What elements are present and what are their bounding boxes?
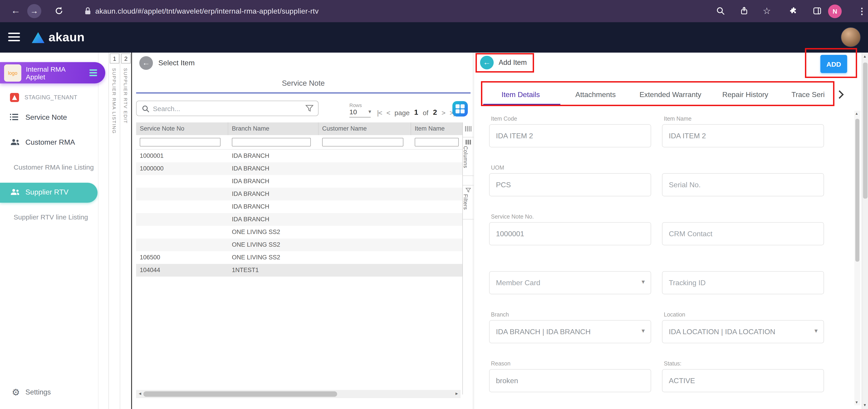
tab-item-details[interactable]: Item Details	[483, 84, 558, 105]
scrollbar-thumb[interactable]	[144, 391, 337, 397]
scroll-right-icon[interactable]: ►	[455, 391, 459, 396]
tabs-scroll-right-button[interactable]	[838, 90, 844, 101]
scroll-up-icon[interactable]: ▲	[855, 111, 859, 115]
scroll-down-icon[interactable]: ▼	[855, 400, 859, 405]
share-icon[interactable]	[740, 6, 749, 17]
field-reason[interactable]: Reason broken	[489, 358, 651, 392]
scroll-left-icon[interactable]: ◄	[138, 391, 142, 396]
field-status[interactable]: Status: ACTIVE	[662, 358, 824, 392]
columns-button[interactable]: Columns	[463, 137, 474, 176]
field-dropdown[interactable]: Member Card ▾	[489, 271, 651, 294]
field-location[interactable]: Location IDA LOCATION | IDA LOCATION ▾	[662, 309, 824, 343]
tab-repair-history[interactable]: Repair History	[708, 84, 783, 105]
sidebar-tenant[interactable]: STAGING_TENANT	[0, 92, 98, 104]
column-header[interactable]: Service Note No	[136, 123, 228, 135]
table-row[interactable]: IDA BRANCH	[136, 200, 462, 213]
browser-reload-button[interactable]	[55, 6, 64, 17]
table-row[interactable]: 1040441NTEST1	[136, 264, 462, 277]
browser-back-button[interactable]: ←	[11, 5, 21, 16]
search-input[interactable]	[153, 103, 298, 114]
sidebar-item-customer-rma[interactable]: Customer RMA	[0, 133, 98, 153]
grid-view-button[interactable]	[453, 101, 468, 116]
field-input[interactable]: Tracking ID	[662, 271, 824, 294]
table-row[interactable]: IDA BRANCH	[136, 188, 462, 200]
first-page-button[interactable]: |<	[377, 109, 382, 116]
workspace-tab-supplier-rtv-edit[interactable]: 2 SUPPLIER RTV EDIT	[120, 53, 131, 409]
browser-forward-button[interactable]: →	[27, 4, 41, 18]
filter-icon[interactable]	[305, 105, 313, 114]
browser-profile-avatar[interactable]: N	[828, 4, 842, 18]
sidebar-item-settings[interactable]: ⚙ Settings	[0, 383, 98, 403]
drag-handle-icon[interactable]	[465, 126, 471, 132]
browser-menu-icon[interactable]: ⋮	[858, 6, 866, 16]
field-item-code[interactable]: Item Code IDA ITEM 2	[489, 113, 651, 147]
field-input[interactable]: Serial No.	[662, 173, 824, 196]
field-member-card[interactable]: Member Card ▾	[489, 260, 651, 294]
back-button[interactable]: ←	[480, 56, 494, 69]
sidebar-item-service-note[interactable]: Service Note	[0, 108, 98, 128]
field-input[interactable]: PCS	[489, 173, 651, 196]
scroll-up-icon[interactable]: ▲	[863, 55, 867, 59]
sidebar-item-customer-rma-line-listing[interactable]: Customer RMA line Listing	[0, 158, 98, 178]
field-serial-no[interactable]: Serial No.	[662, 162, 824, 196]
column-header[interactable]: Customer Name	[318, 123, 411, 135]
field-service-note-no[interactable]: Service Note No. 1000001	[489, 211, 651, 245]
chevron-down-icon: ▾	[642, 327, 645, 334]
bookmark-star-icon[interactable]: ☆	[763, 5, 771, 16]
next-page-button[interactable]: >	[441, 109, 445, 116]
table-row[interactable]: 1000000IDA BRANCH	[136, 162, 462, 175]
search-icon[interactable]	[716, 6, 725, 17]
column-header[interactable]: Item Name	[411, 123, 462, 135]
field-input[interactable]: CRM Contact	[662, 222, 824, 245]
filter-input-customer-name[interactable]	[322, 138, 403, 146]
field-tracking-id[interactable]: Tracking ID	[662, 260, 824, 294]
workspace-tab-strip: 1 SUPPLIER RMA LISTING 2 SUPPLIER RTV ED…	[108, 53, 131, 409]
table-row[interactable]: IDA BRANCH	[136, 175, 462, 188]
table-row[interactable]: IDA BRANCH	[136, 213, 462, 226]
table-row[interactable]: ONE LIVING SS2	[136, 226, 462, 239]
extensions-puzzle-icon[interactable]	[789, 6, 798, 17]
horizontal-scrollbar[interactable]: ◄ ►	[136, 390, 461, 398]
field-input[interactable]: ACTIVE	[662, 369, 824, 392]
tab-extended-warranty[interactable]: Extended Warranty	[633, 84, 708, 105]
menu-hamburger-button[interactable]	[8, 32, 20, 42]
filters-button[interactable]: Filters	[463, 185, 474, 219]
scrollbar-thumb[interactable]	[855, 119, 859, 262]
table-row[interactable]: 106500ONE LIVING SS2	[136, 251, 462, 264]
field-dropdown[interactable]: IDA BRANCH | IDA BRANCH ▾	[489, 320, 651, 343]
tab-trace-serial[interactable]: Trace Seri	[783, 84, 834, 105]
filter-input-item-name[interactable]	[415, 138, 459, 146]
filter-input-service-note-no[interactable]	[140, 138, 220, 146]
side-panel-icon[interactable]	[813, 6, 822, 17]
table-row[interactable]: ONE LIVING SS2	[136, 239, 462, 251]
field-input[interactable]: 1000001	[489, 222, 651, 245]
field-branch[interactable]: Branch IDA BRANCH | IDA BRANCH ▾	[489, 309, 651, 343]
panel-scrollbar[interactable]: ▲ ▼	[855, 111, 860, 405]
sidebar-applet-card[interactable]: logo Internal RMA Applet	[0, 62, 105, 83]
page-scrollbar[interactable]: ▲ ▼	[862, 53, 868, 409]
sidebar-item-supplier-rtv-line-listing[interactable]: Supplier RTV line Listing	[0, 208, 98, 228]
add-button[interactable]: ADD	[820, 55, 847, 73]
address-bar[interactable]: akaun.cloud/#/applet/tnt/wavelet/erp/int…	[84, 0, 319, 22]
column-header[interactable]: Branch Name	[228, 123, 318, 135]
prev-page-button[interactable]: <	[386, 109, 390, 116]
field-input[interactable]: IDA ITEM 2	[489, 124, 651, 147]
field-item-name[interactable]: Item Name IDA ITEM 2	[662, 113, 824, 147]
applet-list-icon[interactable]	[89, 69, 97, 76]
field-input[interactable]: IDA ITEM 2	[662, 124, 824, 147]
table-row[interactable]: 1000001IDA BRANCH	[136, 150, 462, 162]
rows-per-page-dropdown[interactable]: Rows 10 ▾	[349, 101, 372, 119]
sidebar-item-supplier-rtv[interactable]: Supplier RTV	[0, 183, 98, 203]
field-dropdown[interactable]: IDA LOCATION | IDA LOCATION ▾	[662, 320, 824, 343]
workspace-tab-supplier-rma-listing[interactable]: 1 SUPPLIER RMA LISTING	[108, 53, 120, 409]
scrollbar-thumb[interactable]	[863, 63, 868, 199]
field-crm-contact[interactable]: CRM Contact	[662, 211, 824, 245]
scroll-down-icon[interactable]: ▼	[863, 403, 867, 407]
tab-service-note[interactable]: Service Note	[136, 79, 470, 88]
tab-attachments[interactable]: Attachments	[558, 84, 633, 105]
field-input[interactable]: broken	[489, 369, 651, 392]
field-uom[interactable]: UOM PCS	[489, 162, 651, 196]
back-button[interactable]: ←	[139, 56, 153, 70]
user-avatar[interactable]	[841, 27, 861, 47]
filter-input-branch-name[interactable]	[232, 138, 311, 146]
